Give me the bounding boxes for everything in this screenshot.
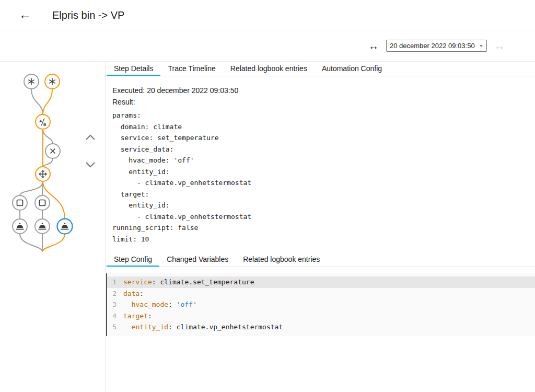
node-stop[interactable] [45,144,60,158]
trace-toolbar: ↔ 20 december 2022 09:03:50 ⌄ ↔ [0,30,535,62]
yaml-code-editor[interactable]: 1 service: climate.set_temperature 2 dat… [106,273,535,336]
editor-line: 3 hvac_mode: 'off' [107,299,535,310]
line-number: 4 [107,310,117,322]
editor-line: 4 target: [107,310,535,322]
svg-text:A: A [39,119,42,123]
line-number: 2 [107,288,117,299]
result-yaml: params: domain: climate service: set_tem… [112,110,529,245]
tab-related-logbook-entries[interactable]: Related logbook entries [223,62,315,76]
trace-graph: A B [0,62,106,271]
node-condition-ab[interactable]: A B [36,114,50,129]
node-choose[interactable] [36,167,50,181]
tab-sub-related-logbook-entries[interactable]: Related logbook entries [236,252,327,267]
node-branch3-service-selected[interactable] [57,219,73,234]
result-label: Result: [112,96,529,108]
editor-line: 5 entity_id: climate.vp_enhetstermostat [107,321,535,333]
trace-page: ← Elpris bin -> VP ↔ 20 december 2022 09… [0,0,535,392]
line-number: 1 [107,276,117,288]
page-title: Elpris bin -> VP [52,0,124,30]
previous-trace-icon[interactable]: ↔ [368,40,379,52]
node-trigger-2[interactable] [45,74,60,89]
node-branch1-action[interactable] [13,195,27,210]
trace-detail-panel: Step Details Trace Timeline Related logb… [106,62,535,392]
back-arrow-icon[interactable]: ← [19,7,31,22]
line-number: 5 [107,321,117,333]
sub-tabbar: Step Config Changed Variables Related lo… [106,252,535,267]
node-branch2-service[interactable] [35,219,50,234]
svg-text:B: B [43,122,46,127]
editor-line: 2 data: [107,288,535,299]
node-branch1-service[interactable] [13,219,27,234]
run-selector-wrap: 20 december 2022 09:03:50 ⌄ [386,40,487,52]
node-branch2-action[interactable] [35,195,50,210]
app-header: ← Elpris bin -> VP [0,0,535,30]
main-tabbar: Step Details Trace Timeline Related logb… [106,62,535,76]
next-trace-icon: ↔ [494,40,505,52]
node-trigger-1[interactable] [24,74,39,89]
step-details-content: Executed: 20 december 2022 09:03:50 Resu… [106,76,535,245]
tab-trace-timeline[interactable]: Trace Timeline [160,62,223,76]
run-selector[interactable]: 20 december 2022 09:03:50 [386,40,487,52]
trace-graph-panel: A B [0,62,106,392]
line-number: 3 [107,299,117,310]
executed-timestamp: Executed: 20 december 2022 09:03:50 [112,85,529,96]
tab-automation-config[interactable]: Automation Config [315,62,389,76]
editor-line: 1 service: climate.set_temperature [107,276,535,288]
tab-step-details[interactable]: Step Details [107,62,160,76]
tab-step-config[interactable]: Step Config [107,252,159,267]
tab-changed-variables[interactable]: Changed Variables [159,252,236,267]
